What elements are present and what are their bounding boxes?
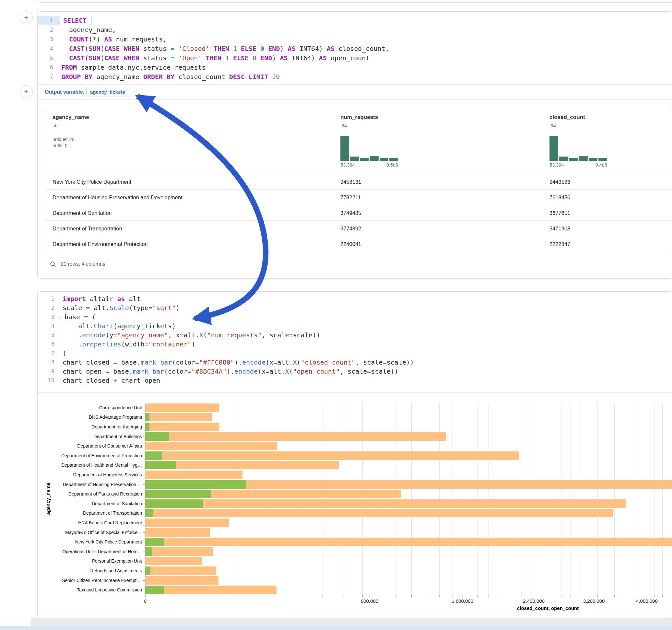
search-icon[interactable] — [50, 261, 56, 267]
code-line[interactable]: 9chart_open = base.mark_bar(color="#8BC3… — [38, 367, 672, 376]
chart-bar-open — [145, 509, 153, 517]
chart-bar-closed — [145, 413, 212, 421]
chart-bar-open — [145, 490, 211, 498]
output-variable-label: Output variable: — [45, 84, 85, 99]
column-header[interactable]: closed_counti6453,3049.4e6 — [549, 114, 585, 128]
code-line[interactable]: 5 CAST(SUM(CASE WHEN status = 'Open' THE… — [38, 53, 672, 63]
chart-bar-closed — [145, 404, 219, 412]
y-axis-label: Department of Health and Mental Hyg… — [61, 462, 142, 468]
gridline — [647, 403, 647, 595]
table-cell: 2222847 — [549, 236, 570, 252]
column-histogram — [340, 137, 398, 161]
column-stat: nulls: 0 — [52, 143, 89, 148]
x-axis-tick-label: 2,400,000 — [523, 598, 545, 604]
page-background-strip — [31, 618, 672, 626]
x-axis-tick-label: 800,000 — [361, 598, 378, 604]
chart-bar-closed — [145, 566, 216, 575]
y-axis-label: Department of Consumer Affairs — [77, 443, 142, 449]
add-cell-button[interactable] — [20, 11, 33, 24]
gridline — [396, 403, 397, 595]
x-axis-tick-major — [369, 595, 370, 597]
line-number: 2 — [38, 303, 59, 312]
code-line[interactable]: 7GROUP BY agency_name ORDER BY closed_co… — [38, 72, 672, 82]
y-axis-tick — [143, 417, 145, 417]
python-code-editor[interactable]: 1import altair as alt2scale = alt.Scale(… — [38, 294, 672, 385]
table-cell: Department of Environmental Protection — [52, 236, 147, 252]
column-name: agency_name — [52, 114, 89, 121]
line-number: 10 — [38, 376, 59, 385]
histogram-range-labels: 53,3049.5e6 — [340, 162, 398, 168]
line-number: 3⌄ — [38, 312, 61, 321]
code-line[interactable]: 8chart_closed = base.mark_bar(color="#FF… — [38, 358, 672, 367]
histogram-min-label: 53,304 — [340, 162, 355, 168]
x-axis-tick-major — [534, 595, 534, 597]
text-cursor — [91, 17, 91, 25]
chart-bar-closed — [145, 518, 229, 527]
chart-bar-open — [145, 452, 162, 460]
add-cell-button[interactable] — [20, 85, 33, 98]
line-number: 5 — [38, 53, 58, 63]
table-cell: 7618456 — [549, 190, 570, 205]
histogram-bar — [549, 136, 558, 161]
table-cell: Department of Transportation — [52, 221, 122, 236]
gridline — [571, 403, 571, 595]
code-text: chart_closed = base.mark_bar(color="#FFC… — [59, 358, 414, 367]
code-line[interactable]: 4 CAST(SUM(CASE WHEN status = 'Closed' T… — [38, 44, 672, 53]
chart-y-axis-labels: Correspondence UnitDHS Advantage Program… — [0, 403, 146, 595]
code-line[interactable]: 1⌄SELECT — [38, 16, 672, 25]
y-axis-title: agency_name — [45, 483, 51, 515]
y-axis-tick — [143, 465, 145, 465]
histogram-bar — [579, 156, 588, 161]
table-row: Department of Environmental Protection22… — [45, 236, 672, 252]
code-line[interactable]: 10chart_closed + chart_open — [38, 376, 672, 385]
gridline — [477, 403, 478, 595]
y-axis-tick — [143, 484, 145, 485]
code-text: CAST(SUM(CASE WHEN status = 'Closed' THE… — [58, 44, 389, 53]
table-cell: 9443533 — [549, 174, 570, 190]
column-header[interactable]: num_requestsi6453,3049.5e6 — [340, 114, 378, 128]
histogram-max-label: 9.5e6 — [386, 162, 398, 168]
line-number: 6 — [38, 340, 59, 349]
column-header[interactable]: agency_namestrunique: 20nulls: 0 — [52, 114, 89, 148]
table-cell: Department of Sanitation — [52, 205, 112, 221]
sql-code-editor[interactable]: 1⌄SELECT 2 agency_name,3 COUNT(*) AS num… — [38, 16, 672, 82]
x-axis-tick-major — [594, 595, 594, 597]
code-line[interactable]: 6 .properties(width="container") — [38, 340, 672, 349]
code-line[interactable]: 2 agency_name, — [38, 25, 672, 35]
gridline — [439, 403, 439, 595]
code-text: SELECT — [60, 16, 91, 25]
code-line[interactable]: 6FROM sample_data.nyc.service_requests — [38, 63, 672, 72]
code-line[interactable]: 4 alt.Chart(agency_tickets) — [38, 321, 672, 331]
sql-cell-card: 1⌄SELECT 2 agency_name,3 COUNT(*) AS num… — [37, 11, 672, 279]
histogram-bar — [589, 158, 597, 161]
x-axis-tick-label: 1,600,000 — [452, 598, 473, 604]
y-axis-label: Department for the Aging — [91, 424, 142, 429]
fold-chevron-icon[interactable]: ⌄ — [57, 16, 59, 26]
code-line[interactable]: 3 COUNT(*) AS num_requests, — [38, 35, 672, 44]
y-axis-tick — [143, 475, 145, 475]
chart-bar-open — [145, 422, 149, 431]
code-line[interactable]: 7) — [38, 349, 672, 358]
output-variable-input[interactable]: agency_tickets — [86, 87, 131, 97]
x-axis-tick-major — [145, 595, 146, 597]
histogram-bar — [389, 158, 398, 161]
chart-bar-closed — [145, 576, 218, 585]
gridline — [614, 403, 615, 595]
code-text: import altair as alt — [59, 294, 141, 303]
histogram-range-labels: 53,3049.4e6 — [549, 162, 607, 168]
code-line[interactable]: 2scale = alt.Scale(type="sqrt") — [38, 303, 672, 312]
result-table[interactable]: agency_namestrunique: 20nulls: 0num_requ… — [45, 109, 672, 252]
table-cell: 9453131 — [340, 174, 361, 190]
line-number: 1⌄ — [38, 16, 60, 25]
code-line[interactable]: 1import altair as alt — [38, 294, 672, 303]
code-line[interactable]: 3⌄base = ( — [38, 312, 672, 321]
y-axis-tick — [143, 561, 145, 561]
y-axis-label: Department of Environmental Protection — [61, 453, 142, 458]
table-cell: Department of Housing Preservation and D… — [52, 190, 183, 205]
fold-chevron-icon[interactable]: ⌄ — [58, 313, 61, 322]
y-axis-tick — [143, 542, 145, 542]
gridline — [500, 403, 500, 595]
code-line[interactable]: 5 .encode(y="agency_name", x=alt.X("num_… — [38, 331, 672, 340]
chart-bar-open — [145, 538, 164, 546]
gridline — [322, 403, 323, 595]
